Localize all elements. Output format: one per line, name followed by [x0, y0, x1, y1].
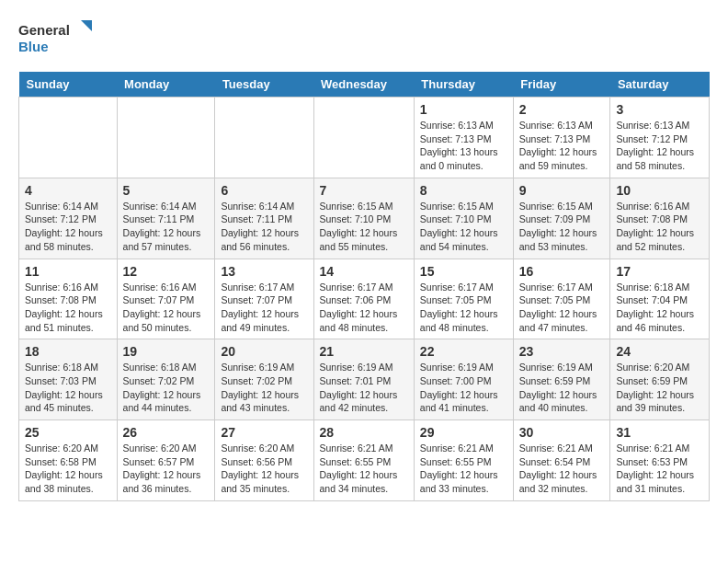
- day-number: 20: [221, 344, 307, 359]
- weekday-header: Monday: [117, 72, 215, 98]
- day-number: 24: [616, 344, 703, 359]
- day-number: 6: [221, 183, 307, 198]
- day-info: Sunrise: 6:20 AMSunset: 6:56 PMDaylight:…: [221, 442, 307, 496]
- calendar-cell: 9 Sunrise: 6:15 AMSunset: 7:09 PMDayligh…: [513, 178, 610, 259]
- calendar-week-row: 1 Sunrise: 6:13 AMSunset: 7:13 PMDayligh…: [19, 98, 710, 178]
- day-info: Sunrise: 6:16 AMSunset: 7:07 PMDaylight:…: [123, 281, 210, 335]
- calendar-cell: 30 Sunrise: 6:21 AMSunset: 6:54 PMDaylig…: [513, 420, 610, 501]
- calendar-cell: 22 Sunrise: 6:19 AMSunset: 7:00 PMDaylig…: [414, 339, 513, 420]
- day-info: Sunrise: 6:18 AMSunset: 7:02 PMDaylight:…: [123, 361, 210, 415]
- day-info: Sunrise: 6:17 AMSunset: 7:05 PMDaylight:…: [420, 281, 507, 335]
- calendar-cell: 14 Sunrise: 6:17 AMSunset: 7:06 PMDaylig…: [313, 259, 414, 339]
- calendar-cell: 7 Sunrise: 6:15 AMSunset: 7:10 PMDayligh…: [313, 178, 414, 259]
- calendar-cell: 11 Sunrise: 6:16 AMSunset: 7:08 PMDaylig…: [19, 259, 118, 339]
- calendar-cell: 23 Sunrise: 6:19 AMSunset: 6:59 PMDaylig…: [513, 339, 610, 420]
- day-info: Sunrise: 6:20 AMSunset: 6:58 PMDaylight:…: [25, 442, 111, 496]
- day-number: 23: [519, 344, 605, 359]
- day-info: Sunrise: 6:15 AMSunset: 7:10 PMDaylight:…: [420, 200, 507, 254]
- day-info: Sunrise: 6:14 AMSunset: 7:11 PMDaylight:…: [221, 200, 307, 254]
- calendar-cell: 31 Sunrise: 6:21 AMSunset: 6:53 PMDaylig…: [610, 420, 710, 501]
- logo-svg: General Blue: [18, 18, 92, 57]
- day-info: Sunrise: 6:14 AMSunset: 7:11 PMDaylight:…: [123, 200, 210, 254]
- calendar-week-row: 25 Sunrise: 6:20 AMSunset: 6:58 PMDaylig…: [19, 420, 710, 501]
- svg-text:Blue: Blue: [18, 39, 49, 54]
- day-number: 8: [420, 183, 507, 198]
- header-row: SundayMondayTuesdayWednesdayThursdayFrid…: [19, 72, 710, 98]
- day-number: 28: [320, 425, 408, 440]
- day-number: 11: [25, 264, 111, 279]
- day-number: 15: [420, 264, 507, 279]
- day-info: Sunrise: 6:18 AMSunset: 7:03 PMDaylight:…: [25, 361, 111, 415]
- weekday-header: Sunday: [19, 72, 118, 98]
- page-header: General Blue: [18, 18, 710, 57]
- calendar-week-row: 4 Sunrise: 6:14 AMSunset: 7:12 PMDayligh…: [19, 178, 710, 259]
- day-number: 1: [420, 102, 507, 117]
- calendar-cell: [19, 98, 118, 178]
- calendar-cell: 28 Sunrise: 6:21 AMSunset: 6:55 PMDaylig…: [313, 420, 414, 501]
- weekday-header: Tuesday: [215, 72, 313, 98]
- calendar-table: SundayMondayTuesdayWednesdayThursdayFrid…: [18, 72, 710, 501]
- calendar-cell: 1 Sunrise: 6:13 AMSunset: 7:13 PMDayligh…: [414, 98, 513, 178]
- day-info: Sunrise: 6:15 AMSunset: 7:10 PMDaylight:…: [320, 200, 408, 254]
- calendar-cell: 27 Sunrise: 6:20 AMSunset: 6:56 PMDaylig…: [215, 420, 313, 501]
- day-number: 18: [25, 344, 111, 359]
- day-number: 19: [123, 344, 210, 359]
- calendar-cell: 26 Sunrise: 6:20 AMSunset: 6:57 PMDaylig…: [117, 420, 215, 501]
- calendar-cell: 5 Sunrise: 6:14 AMSunset: 7:11 PMDayligh…: [117, 178, 215, 259]
- day-number: 21: [320, 344, 408, 359]
- calendar-cell: 17 Sunrise: 6:18 AMSunset: 7:04 PMDaylig…: [610, 259, 710, 339]
- day-number: 13: [221, 264, 307, 279]
- calendar-cell: [117, 98, 215, 178]
- calendar-cell: 4 Sunrise: 6:14 AMSunset: 7:12 PMDayligh…: [19, 178, 118, 259]
- day-info: Sunrise: 6:21 AMSunset: 6:55 PMDaylight:…: [320, 442, 408, 496]
- day-info: Sunrise: 6:13 AMSunset: 7:13 PMDaylight:…: [420, 119, 507, 173]
- day-number: 29: [420, 425, 507, 440]
- day-info: Sunrise: 6:13 AMSunset: 7:13 PMDaylight:…: [519, 119, 605, 173]
- day-number: 27: [221, 425, 307, 440]
- day-number: 16: [519, 264, 605, 279]
- day-info: Sunrise: 6:16 AMSunset: 7:08 PMDaylight:…: [25, 281, 111, 335]
- weekday-header: Wednesday: [313, 72, 414, 98]
- day-number: 22: [420, 344, 507, 359]
- day-number: 10: [616, 183, 703, 198]
- calendar-cell: 25 Sunrise: 6:20 AMSunset: 6:58 PMDaylig…: [19, 420, 118, 501]
- day-info: Sunrise: 6:19 AMSunset: 7:02 PMDaylight:…: [221, 361, 307, 415]
- day-number: 3: [616, 102, 703, 117]
- day-info: Sunrise: 6:20 AMSunset: 6:57 PMDaylight:…: [123, 442, 210, 496]
- calendar-cell: 2 Sunrise: 6:13 AMSunset: 7:13 PMDayligh…: [513, 98, 610, 178]
- calendar-cell: 29 Sunrise: 6:21 AMSunset: 6:55 PMDaylig…: [414, 420, 513, 501]
- calendar-cell: 3 Sunrise: 6:13 AMSunset: 7:12 PMDayligh…: [610, 98, 710, 178]
- day-info: Sunrise: 6:19 AMSunset: 7:01 PMDaylight:…: [320, 361, 408, 415]
- day-info: Sunrise: 6:19 AMSunset: 7:00 PMDaylight:…: [420, 361, 507, 415]
- day-number: 12: [123, 264, 210, 279]
- day-info: Sunrise: 6:15 AMSunset: 7:09 PMDaylight:…: [519, 200, 605, 254]
- day-number: 25: [25, 425, 111, 440]
- day-info: Sunrise: 6:21 AMSunset: 6:54 PMDaylight:…: [519, 442, 605, 496]
- logo: General Blue: [18, 18, 92, 57]
- day-info: Sunrise: 6:16 AMSunset: 7:08 PMDaylight:…: [616, 200, 703, 254]
- calendar-cell: 8 Sunrise: 6:15 AMSunset: 7:10 PMDayligh…: [414, 178, 513, 259]
- day-number: 9: [519, 183, 605, 198]
- svg-text:General: General: [18, 22, 70, 38]
- calendar-week-row: 11 Sunrise: 6:16 AMSunset: 7:08 PMDaylig…: [19, 259, 710, 339]
- day-number: 14: [320, 264, 408, 279]
- day-number: 30: [519, 425, 605, 440]
- calendar-cell: 15 Sunrise: 6:17 AMSunset: 7:05 PMDaylig…: [414, 259, 513, 339]
- calendar-cell: 20 Sunrise: 6:19 AMSunset: 7:02 PMDaylig…: [215, 339, 313, 420]
- day-info: Sunrise: 6:18 AMSunset: 7:04 PMDaylight:…: [616, 281, 703, 335]
- day-info: Sunrise: 6:20 AMSunset: 6:59 PMDaylight:…: [616, 361, 703, 415]
- day-info: Sunrise: 6:21 AMSunset: 6:55 PMDaylight:…: [420, 442, 507, 496]
- calendar-cell: 24 Sunrise: 6:20 AMSunset: 6:59 PMDaylig…: [610, 339, 710, 420]
- day-info: Sunrise: 6:17 AMSunset: 7:06 PMDaylight:…: [320, 281, 408, 335]
- calendar-cell: 12 Sunrise: 6:16 AMSunset: 7:07 PMDaylig…: [117, 259, 215, 339]
- day-info: Sunrise: 6:17 AMSunset: 7:07 PMDaylight:…: [221, 281, 307, 335]
- svg-marker-2: [81, 20, 92, 31]
- calendar-cell: 19 Sunrise: 6:18 AMSunset: 7:02 PMDaylig…: [117, 339, 215, 420]
- day-number: 5: [123, 183, 210, 198]
- day-number: 7: [320, 183, 408, 198]
- day-info: Sunrise: 6:19 AMSunset: 6:59 PMDaylight:…: [519, 361, 605, 415]
- calendar-cell: 18 Sunrise: 6:18 AMSunset: 7:03 PMDaylig…: [19, 339, 118, 420]
- day-number: 2: [519, 102, 605, 117]
- weekday-header: Saturday: [610, 72, 710, 98]
- weekday-header: Thursday: [414, 72, 513, 98]
